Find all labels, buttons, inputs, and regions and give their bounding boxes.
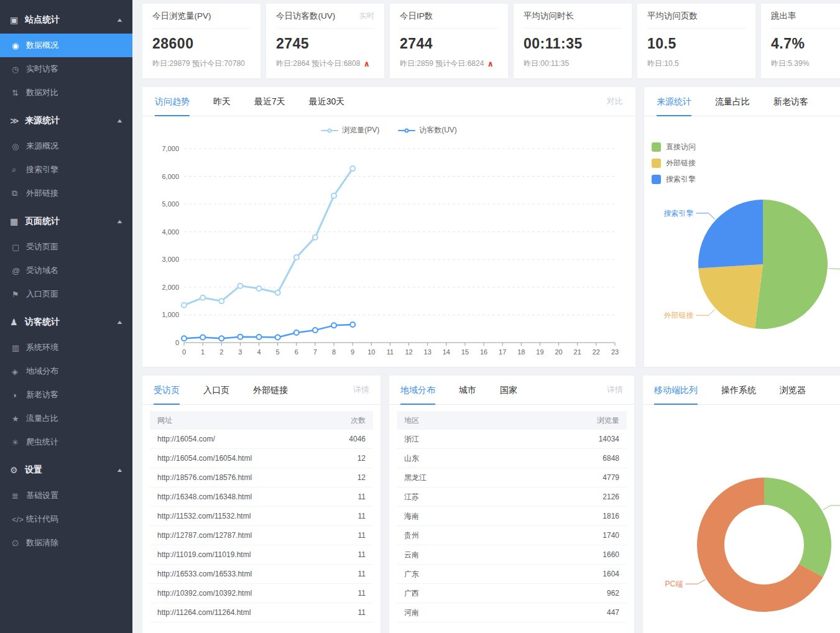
svg-text:21: 21 <box>574 348 581 356</box>
sidebar-group-header[interactable]: ♟访客统计▲ <box>0 308 132 336</box>
tab-source_panel-2[interactable]: 新老访客 <box>773 87 808 116</box>
sidebar-item[interactable]: </>统计代码 <box>0 507 132 531</box>
table-cell-value: 11 <box>358 512 366 520</box>
sidebar-item[interactable]: ⚑入口页面 <box>0 282 132 306</box>
table-col-header: 次数 <box>351 415 366 426</box>
tab-source_panel-1[interactable]: 流量占比 <box>715 87 750 116</box>
legend-label: 外部链接 <box>666 158 696 169</box>
sidebar-item-label: 新老访客 <box>26 389 58 400</box>
table-row[interactable]: 河南447 <box>397 603 627 622</box>
sidebar-item[interactable]: ⧉外部链接 <box>0 182 132 205</box>
legend-label: 直接访问 <box>666 142 696 152</box>
table-row[interactable]: http://11019.com/11019.html11 <box>150 545 373 565</box>
legend-item[interactable]: 浏览量(PV) <box>321 124 379 136</box>
trend-tabs: 访问趋势昨天最近7天最近30天对比 <box>142 87 635 116</box>
sidebar-item[interactable]: ✳爬虫统计 <box>0 430 132 454</box>
stat-card-header: 平均访问时长 <box>524 4 622 29</box>
table-row[interactable]: 广东1604 <box>397 565 627 584</box>
table-row[interactable]: http://12787.com/12787.html11 <box>150 526 373 545</box>
sidebar-item[interactable]: ◷实时访客 <box>0 57 132 81</box>
tab-device_panel-0[interactable]: 移动端比列 <box>654 376 698 405</box>
tab-trend_panel-0[interactable]: 访问趋势 <box>155 87 190 116</box>
table-row[interactable]: 江苏2126 <box>397 487 627 507</box>
tab-trend_panel-3[interactable]: 最近30天 <box>309 87 345 116</box>
tab-region_panel-2[interactable]: 国家 <box>500 376 517 405</box>
table-header: 地区浏览量 <box>397 411 627 430</box>
table-row[interactable]: http://10392.com/10392.html11 <box>150 584 373 603</box>
tab-device_panel-1[interactable]: 操作系统 <box>721 376 756 405</box>
svg-text:2,000: 2,000 <box>162 284 179 291</box>
table-cell-key: http://11264.com/11264.html <box>157 608 251 617</box>
tab-device_panel-2[interactable]: 浏览器 <box>780 376 806 405</box>
tab-trend_panel-2[interactable]: 最近7天 <box>254 87 285 116</box>
table-row[interactable]: http://16348.com/16348.html11 <box>150 487 373 507</box>
sidebar-group-header[interactable]: ≫来源统计▲ <box>0 107 132 134</box>
legend-item[interactable]: 直接访问 <box>652 142 696 152</box>
table-row[interactable]: 云南1660 <box>397 545 627 565</box>
table-row[interactable]: http://16054.com/4046 <box>150 430 373 449</box>
tab-action-link[interactable]: 详情 <box>607 384 623 395</box>
sidebar-item[interactable]: ▢受访页面 <box>0 235 132 259</box>
stat-card-title: 今日IP数 <box>400 11 433 22</box>
source-panel: 来源统计流量占比新老访客 直接访问外部链接搜索引擎 直接访问外部链接搜索引擎 <box>644 87 840 367</box>
tab-region_panel-0[interactable]: 地域分布 <box>400 376 435 405</box>
sidebar-item[interactable]: ◈地域分布 <box>0 359 132 383</box>
tab-source_panel-0[interactable]: 来源统计 <box>657 87 691 116</box>
legend-label: 搜索引擎 <box>666 174 696 185</box>
svg-text:14: 14 <box>443 348 450 356</box>
region-icon: ◈ <box>12 367 26 376</box>
tab-visited_panel-0[interactable]: 受访页 <box>154 376 180 405</box>
tab-action-link[interactable]: 对比 <box>607 96 623 107</box>
sidebar-group-label: 页面统计 <box>25 216 60 227</box>
tab-visited_panel-1[interactable]: 入口页 <box>203 376 229 405</box>
table-row[interactable]: 广西962 <box>397 584 627 603</box>
trend-up-icon: ∧ <box>363 61 370 67</box>
table-row[interactable]: 山东6848 <box>397 449 627 468</box>
table-row[interactable]: http://16533.com/16533.html11 <box>150 565 373 584</box>
table-row[interactable]: http://11264.com/11264.html11 <box>150 603 373 622</box>
legend-item[interactable]: 访客数(UV) <box>398 124 457 136</box>
sidebar-item[interactable]: ◑新老访客 <box>0 383 132 407</box>
sidebar-item[interactable]: ≣基础设置 <box>0 484 132 507</box>
sidebar-item[interactable]: ⇅数据对比 <box>0 81 132 104</box>
sidebar-item[interactable]: ∅数据清除 <box>0 531 132 555</box>
sidebar-item[interactable]: ★流量占比 <box>0 407 132 430</box>
sidebar-group-header[interactable]: ▣站点统计▲ <box>0 6 132 34</box>
sidebar-item[interactable]: ▥系统环境 <box>0 336 132 359</box>
tab-trend_panel-1[interactable]: 昨天 <box>213 87 231 116</box>
tab-region_panel-1[interactable]: 城市 <box>459 376 476 405</box>
tab-visited_panel-2[interactable]: 外部链接 <box>253 376 288 405</box>
svg-text:7,000: 7,000 <box>162 145 179 152</box>
data-clear-icon: ∅ <box>12 538 26 548</box>
sidebar-item[interactable]: ◎来源概况 <box>0 134 132 158</box>
sidebar-item[interactable]: @受访域名 <box>0 259 132 282</box>
table-cell-key: 江苏 <box>404 492 419 502</box>
visited-pages-panel: 受访页入口页外部链接详情 网址次数http://16054.com/4046ht… <box>142 376 381 633</box>
stat-card-sub: 昨日:5.39% <box>771 58 840 69</box>
table-row[interactable]: 黑龙江4779 <box>397 468 627 487</box>
legend-item[interactable]: 外部链接 <box>652 158 696 169</box>
tracking-code-icon: </> <box>12 515 26 524</box>
table-row[interactable]: 浙江14034 <box>397 430 627 449</box>
svg-text:22: 22 <box>593 348 600 356</box>
sidebar-group-header[interactable]: ▦页面统计▲ <box>0 208 132 235</box>
table-cell-key: http://18576.com/18576.html <box>157 473 252 482</box>
visited-page-icon: ▢ <box>12 243 26 252</box>
stat-card: 今日浏览量(PV)28600昨日:29879 预计今日:70780 <box>142 4 261 78</box>
table-row[interactable]: 贵州1740 <box>397 526 627 545</box>
svg-text:外部链接: 外部链接 <box>664 311 694 320</box>
table-row[interactable]: http://18576.com/18576.html12 <box>150 468 373 487</box>
sidebar-item[interactable]: ⌕搜索引擎 <box>0 158 132 182</box>
sidebar-group-header[interactable]: ⚙设置▲ <box>0 456 132 484</box>
legend-item[interactable]: 搜索引擎 <box>652 174 696 185</box>
tab-action-link[interactable]: 详情 <box>353 384 369 395</box>
chevron-up-icon: ▲ <box>116 467 123 473</box>
table-row[interactable]: 海南1816 <box>397 507 627 526</box>
legend-swatch <box>652 142 661 152</box>
svg-text:4,000: 4,000 <box>162 228 179 236</box>
table-row[interactable]: http://11532.com/11532.html11 <box>150 507 373 526</box>
device-tabs: 移动端比列操作系统浏览器 <box>643 376 840 405</box>
sidebar-item[interactable]: ◉数据概况 <box>0 34 132 57</box>
new-old-visitor-icon: ◑ <box>12 390 26 400</box>
table-row[interactable]: http://16054.com/16054.html12 <box>150 449 373 468</box>
